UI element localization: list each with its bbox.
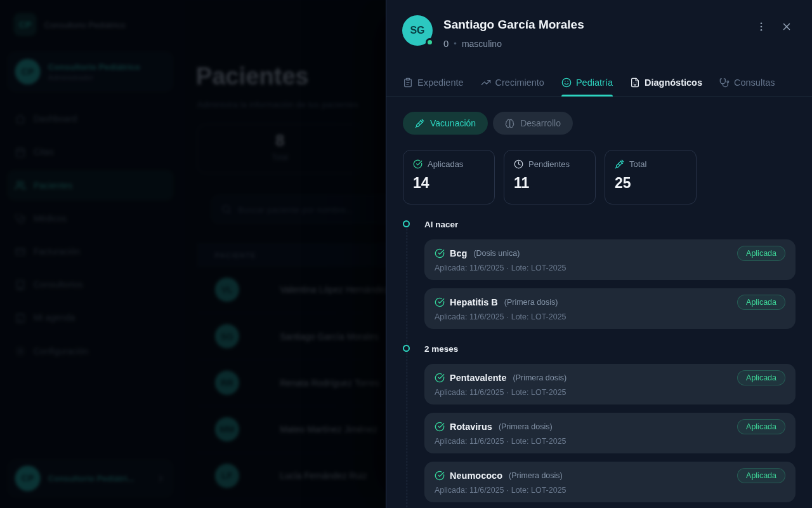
- tab-label: Pediatría: [576, 77, 613, 88]
- trend-icon: [481, 77, 491, 88]
- check-circle-icon: [435, 471, 445, 481]
- drawer-tab[interactable]: Expediente: [403, 69, 464, 96]
- stat-label: Pendientes: [528, 159, 570, 169]
- smile-icon: [561, 77, 572, 88]
- section-toggle[interactable]: Desarrollo: [493, 112, 573, 135]
- patient-gender: masculino: [462, 39, 502, 49]
- drawer-tab[interactable]: Consultas: [719, 69, 775, 96]
- patient-age: 0: [443, 38, 449, 49]
- vaccine-dose: (Primera dosis): [499, 422, 553, 431]
- file-icon: [630, 77, 640, 88]
- stat-value: 14: [413, 175, 485, 192]
- patient-subline: 0 • masculino: [443, 38, 502, 49]
- check-circle-icon: [435, 297, 445, 307]
- drawer-tab[interactable]: Diagnósticos: [630, 69, 702, 96]
- more-vertical-icon: [756, 21, 767, 32]
- timeline-marker: [403, 220, 410, 227]
- tab-label: Diagnósticos: [645, 77, 702, 88]
- vaccine-card: Rotavirus (Primera dosis) Aplicada Aplic…: [424, 413, 796, 453]
- timeline-group: 2 meses Pentavalente (Primera dosis) Apl…: [403, 344, 796, 508]
- vaccine-name: Rotavirus: [450, 422, 492, 432]
- timeline-groups: Al nacer Bcg (Dosis unica) Aplicada: [403, 220, 796, 508]
- vaccine-card: Hepatitis B (Primera dosis) Aplicada Apl…: [424, 288, 796, 329]
- online-status-dot: [426, 38, 434, 46]
- vaccine-detail: Aplicada: 11/6/2025 · Lote: LOT-2025: [435, 264, 785, 272]
- vaccine-dose: (Primera dosis): [509, 471, 563, 480]
- stat-value: 25: [615, 175, 686, 192]
- vaccine-dose: (Primera dosis): [504, 298, 558, 307]
- tab-label: Expediente: [417, 77, 464, 88]
- more-options-button[interactable]: [754, 19, 769, 34]
- drawer-tabs: Expediente Crecimiento Pediatría Diagnós…: [386, 69, 812, 97]
- vaccination-timeline: Al nacer Bcg (Dosis unica) Aplicada: [403, 220, 796, 508]
- tab-label: Consultas: [734, 77, 775, 88]
- vaccine-detail: Aplicada: 11/6/2025 · Lote: LOT-2025: [435, 312, 785, 321]
- status-badge: Aplicada: [737, 370, 785, 385]
- stethoscope-icon: [719, 77, 730, 88]
- patient-name: Santiago García Morales: [443, 18, 584, 32]
- toggle-label: Vacunación: [430, 118, 476, 128]
- timeline-marker: [403, 345, 410, 352]
- syringe-icon: [615, 159, 624, 169]
- vaccine-name: Hepatitis B: [450, 297, 498, 307]
- section-toggle[interactable]: Vacunación: [403, 112, 488, 135]
- status-badge: Aplicada: [737, 419, 785, 434]
- timeline-group: Al nacer Bcg (Dosis unica) Aplicada: [403, 220, 796, 329]
- stat-card: Aplicadas 14: [403, 150, 495, 204]
- tab-label: Crecimiento: [495, 77, 544, 88]
- check-circle-icon: [435, 422, 445, 432]
- vaccine-detail: Aplicada: 11/6/2025 · Lote: LOT-2025: [435, 437, 785, 446]
- check-circle-icon: [413, 159, 422, 169]
- separator-dot: •: [454, 39, 457, 48]
- syringe-icon: [415, 119, 424, 128]
- vaccine-cards: Pentavalente (Primera dosis) Aplicada Ap…: [424, 364, 796, 508]
- status-badge: Aplicada: [737, 295, 785, 310]
- vaccine-name: Neumococo: [450, 471, 502, 481]
- clipboard-icon: [403, 77, 413, 88]
- check-circle-icon: [435, 248, 445, 258]
- status-badge: Aplicada: [737, 246, 785, 261]
- app-root: CP Consultorio Pediátrico CP Consultorio…: [0, 0, 812, 508]
- vaccine-detail: Aplicada: 11/6/2025 · Lote: LOT-2025: [435, 388, 785, 397]
- avatar-initials: SG: [410, 25, 424, 36]
- drawer-tab[interactable]: Pediatría: [561, 69, 613, 96]
- vaccine-cards: Bcg (Dosis unica) Aplicada Aplicada: 11/…: [424, 239, 796, 329]
- vaccine-card: Pentavalente (Primera dosis) Aplicada Ap…: [424, 364, 796, 404]
- stat-label: Aplicadas: [428, 159, 463, 169]
- check-circle-icon: [435, 373, 445, 383]
- brain-icon: [505, 119, 514, 128]
- vaccine-card: Neumococo (Primera dosis) Aplicada Aplic…: [424, 462, 796, 502]
- patient-drawer: SG Santiago García Morales 0 • masculino…: [386, 0, 812, 508]
- vaccine-detail: Aplicada: 11/6/2025 · Lote: LOT-2025: [435, 486, 785, 495]
- vaccine-name: Pentavalente: [450, 373, 506, 383]
- timeline-group-label: Al nacer: [424, 220, 796, 231]
- stat-card: Pendientes 11: [504, 150, 596, 204]
- drawer-header: SG Santiago García Morales 0 • masculino: [386, 0, 812, 69]
- timeline-group-label: 2 meses: [424, 344, 796, 356]
- vaccination-stats: Aplicadas 14 Pendientes 11 Total: [403, 150, 796, 204]
- drawer-actions: [754, 19, 794, 34]
- close-button[interactable]: [779, 19, 794, 34]
- patient-avatar: SG: [402, 15, 433, 46]
- drawer-tab[interactable]: Crecimiento: [481, 69, 544, 96]
- stat-value: 11: [514, 175, 586, 192]
- vaccine-name: Bcg: [450, 248, 467, 258]
- clock-icon: [514, 159, 523, 169]
- vaccine-card: Bcg (Dosis unica) Aplicada Aplicada: 11/…: [424, 239, 796, 280]
- toggle-label: Desarrollo: [520, 118, 561, 128]
- close-icon: [781, 21, 792, 32]
- stat-label: Total: [629, 159, 646, 169]
- status-badge: Aplicada: [737, 468, 785, 483]
- vaccine-dose: (Primera dosis): [513, 373, 566, 382]
- vaccine-dose: (Dosis unica): [473, 249, 520, 258]
- stat-card: Total 25: [605, 150, 697, 204]
- section-toggles: Vacunación Desarrollo: [403, 112, 796, 135]
- drawer-content: Vacunación Desarrollo Aplicadas 14: [386, 97, 812, 508]
